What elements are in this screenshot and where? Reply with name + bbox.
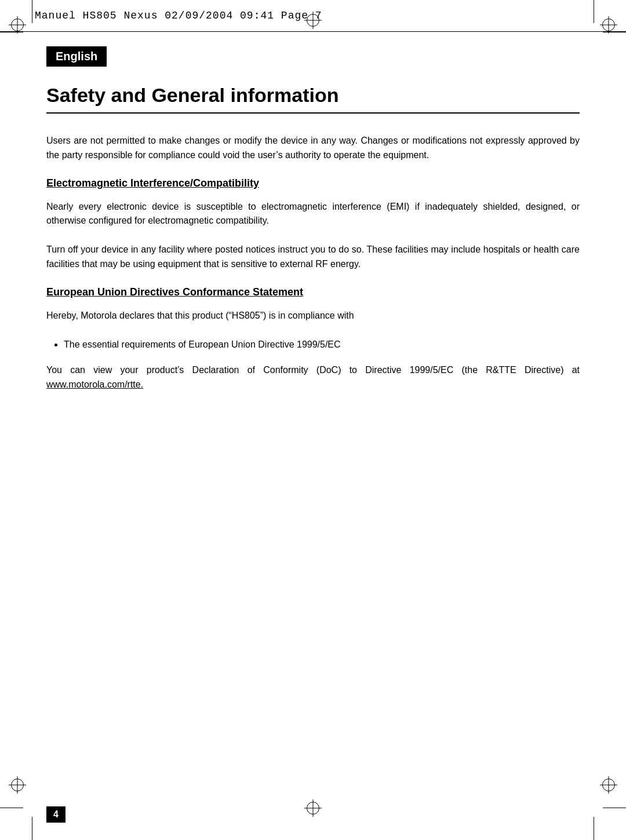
section2-intro: Hereby, Motorola declares that this prod…: [46, 309, 580, 323]
section1-heading: Electromagnetic Interference/Compatibili…: [46, 177, 580, 189]
content-area: English Safety and General information U…: [46, 46, 580, 794]
reg-mark-bottom-center: [304, 799, 322, 817]
crop-mark-right-bottom-h: [603, 808, 626, 808]
crop-mark-right-top-h: [603, 32, 626, 32]
reg-mark-right-upper: [600, 16, 617, 34]
reg-mark-top-center: [304, 12, 322, 29]
reg-mark-right-lower: [600, 776, 617, 794]
page-container: Manuel HS805 Nexus 02/09/2004 09:41 Page…: [0, 0, 626, 840]
page-title: Safety and General information: [46, 84, 580, 114]
section2-bullet-list: The essential requirements of European U…: [64, 338, 580, 352]
section1-paragraph1: Nearly every electronic device is suscep…: [46, 200, 580, 229]
section2-paragraph-text: You can view your product’s Declaration …: [46, 365, 580, 375]
crop-mark-left-top-v: [32, 0, 32, 23]
crop-mark-right-top-v: [594, 0, 594, 23]
english-badge: English: [46, 46, 107, 67]
page-number-box: 4: [46, 806, 65, 823]
crop-mark-right-bottom-v: [594, 817, 594, 840]
section2-conformity-paragraph: You can view your product’s Declaration …: [46, 363, 580, 392]
reg-mark-left-upper: [9, 16, 26, 34]
crop-mark-left-top-h: [0, 32, 23, 32]
bullet-item-1: The essential requirements of European U…: [64, 338, 580, 352]
crop-mark-left-bottom-v: [32, 817, 32, 840]
intro-paragraph: Users are not permitted to make changes …: [46, 134, 580, 163]
section1-paragraph2: Turn off your device in any facility whe…: [46, 243, 580, 272]
section2-link[interactable]: www.motorola.com/rtte.: [46, 379, 143, 389]
crop-mark-left-bottom-h: [0, 808, 23, 808]
section2-heading: European Union Directives Conformance St…: [46, 286, 580, 298]
reg-mark-left-lower: [9, 776, 26, 794]
